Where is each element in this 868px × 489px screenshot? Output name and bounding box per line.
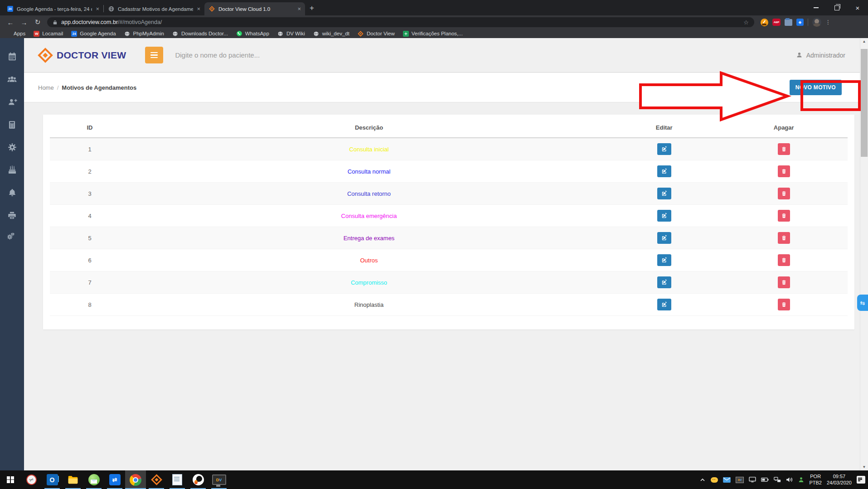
extension-blue-icon[interactable]: ◈ <box>796 19 804 26</box>
adblock-plus-icon[interactable]: ABP <box>772 19 781 26</box>
page-scrollbar[interactable]: ▲ ▼ <box>860 38 868 470</box>
bookmark-verificacoes[interactable]: Verificações Planos,... <box>403 31 463 37</box>
taskbar-snipping-tool[interactable]: ✂ <box>21 470 42 489</box>
bookmark-dv-wiki[interactable]: DV Wiki <box>277 30 305 37</box>
delete-button[interactable] <box>778 188 790 199</box>
delete-button[interactable] <box>778 299 790 310</box>
motivos-card: ID Descrição Editar Apagar 1 Consulta in… <box>43 115 854 329</box>
taskbar-webmail[interactable] <box>83 470 104 489</box>
sidebar-item-notificacoes[interactable] <box>0 181 24 204</box>
taskbar-dv-terminal[interactable]: DV <box>209 470 229 489</box>
taskbar-doctor-view[interactable] <box>146 470 167 489</box>
tray-network-icon[interactable] <box>774 477 781 483</box>
tray-clock[interactable]: 09:5724/03/2020 <box>827 474 852 486</box>
tray-display-icon[interactable] <box>749 477 756 483</box>
gear-icon <box>7 142 17 152</box>
bookmark-locamail[interactable]: W Locamail <box>34 31 63 37</box>
scroll-down-icon[interactable]: ▼ <box>860 465 868 469</box>
dv-terminal-icon: DV <box>212 474 226 485</box>
lock-icon <box>53 20 58 25</box>
sidebar-item-sistema[interactable] <box>0 227 24 249</box>
sidebar-item-impressao[interactable] <box>0 204 24 227</box>
bookmark-google-agenda[interactable]: 24 Google Agenda <box>71 31 116 37</box>
action-center-icon[interactable] <box>857 476 865 484</box>
tray-battery-icon[interactable] <box>761 478 769 482</box>
tab-cadastrar-motivos[interactable]: Cadastrar Motivos de Agendame × <box>104 2 204 15</box>
taskbar-bird-app[interactable] <box>188 470 209 489</box>
window-restore-button[interactable] <box>826 0 847 15</box>
user-menu[interactable]: Administrador <box>796 52 845 59</box>
patient-search-input[interactable] <box>174 51 371 59</box>
bookmark-apps[interactable]: Apps <box>5 31 25 36</box>
new-tab-button[interactable]: + <box>310 4 314 13</box>
edit-button[interactable] <box>657 143 671 155</box>
address-bar[interactable]: app.doctorview.com.br/#/motivoAgenda/ ☆ <box>47 17 754 27</box>
taskbar-chrome-active[interactable] <box>125 470 146 489</box>
delete-button[interactable] <box>778 143 790 155</box>
sidebar-item-configuracoes[interactable] <box>0 136 24 159</box>
delete-button[interactable] <box>778 210 790 222</box>
bookmark-whatsapp[interactable]: WhatsApp <box>236 30 269 37</box>
taskbar-file-explorer[interactable] <box>63 470 83 489</box>
teamviewer-flap[interactable]: ⇆ <box>857 295 868 311</box>
birthday-cake-icon <box>7 165 17 175</box>
sidebar-item-financeiro[interactable] <box>0 113 24 136</box>
taskbar-notepad[interactable] <box>167 470 188 489</box>
scroll-up-icon[interactable]: ▲ <box>860 39 868 44</box>
delete-button[interactable] <box>778 232 790 244</box>
bookmark-wiki-dev[interactable]: wiki_dev_dt <box>313 30 349 37</box>
bookmark-phpmyadmin[interactable]: PhpMyAdmin <box>124 30 164 37</box>
breadcrumb-home-link[interactable]: Home <box>38 84 54 91</box>
delete-button[interactable] <box>778 276 790 288</box>
edit-button[interactable] <box>657 165 671 177</box>
tray-dv-monitor-icon[interactable]: DV <box>736 477 744 483</box>
bookmark-downloads-doctor[interactable]: Downloads Doctor... <box>172 30 228 37</box>
bookmark-star-icon[interactable]: ☆ <box>743 19 749 26</box>
tray-feedback-icon[interactable] <box>711 477 718 483</box>
bookmark-doctor-view[interactable]: Doctor View <box>358 30 395 37</box>
forward-button[interactable]: → <box>18 19 30 26</box>
edit-button[interactable] <box>657 188 671 199</box>
profile-avatar[interactable] <box>812 18 821 27</box>
taskbar-teamviewer[interactable]: ⇄ <box>104 470 125 489</box>
taskbar-outlook[interactable]: O <box>42 470 63 489</box>
scrollbar-thumb[interactable] <box>861 49 868 157</box>
row-desc: Consulta emergência <box>341 213 397 219</box>
reload-button[interactable]: ↻ <box>32 18 44 26</box>
sidebar-item-pacientes[interactable] <box>0 68 24 91</box>
tab-close-icon[interactable]: × <box>197 5 200 12</box>
window-close-button[interactable]: × <box>847 0 868 15</box>
browser-menu-icon[interactable]: ⋮ <box>825 21 830 23</box>
table-row: 4 Consulta emergência <box>50 205 848 227</box>
edit-button[interactable] <box>657 254 671 266</box>
scissors-icon: ✂ <box>24 473 38 486</box>
motivos-table: ID Descrição Editar Apagar 1 Consulta in… <box>50 115 848 316</box>
extension-folder-icon[interactable] <box>785 19 792 26</box>
edit-button[interactable] <box>657 232 671 244</box>
tab-close-icon[interactable]: × <box>96 5 99 12</box>
tray-mail-icon[interactable] <box>723 477 731 483</box>
sidebar-item-agenda[interactable] <box>0 45 24 68</box>
tray-volume-icon[interactable] <box>786 477 793 483</box>
window-minimize-button[interactable] <box>805 0 826 15</box>
tab-doctor-view-active[interactable]: Doctor View Cloud 1.0 × <box>204 2 305 15</box>
extension-gauge-icon[interactable] <box>761 19 768 26</box>
edit-button[interactable] <box>657 210 671 222</box>
start-button[interactable] <box>0 470 21 489</box>
delete-button[interactable] <box>778 254 790 266</box>
delete-button[interactable] <box>778 165 790 177</box>
sidebar-item-aniversarios[interactable] <box>0 159 24 181</box>
menu-toggle-button[interactable] <box>145 47 163 63</box>
edit-button[interactable] <box>657 276 671 288</box>
edit-button[interactable] <box>657 299 671 310</box>
users-icon <box>7 74 17 85</box>
back-button[interactable]: ← <box>5 19 16 26</box>
sidebar-item-novo-paciente[interactable] <box>0 91 24 113</box>
tray-chevron-up-icon[interactable] <box>699 477 706 483</box>
user-label: Administrador <box>806 52 845 59</box>
novo-motivo-button[interactable]: NOVO MOTIVO <box>790 80 842 95</box>
tray-user-status-icon[interactable] <box>798 477 804 483</box>
tab-close-icon[interactable]: × <box>297 5 301 12</box>
tray-language-indicator[interactable]: PORPTB2 <box>809 474 822 486</box>
tab-google-agenda[interactable]: 24 Google Agenda - terça-feira, 24 d × <box>3 2 103 15</box>
